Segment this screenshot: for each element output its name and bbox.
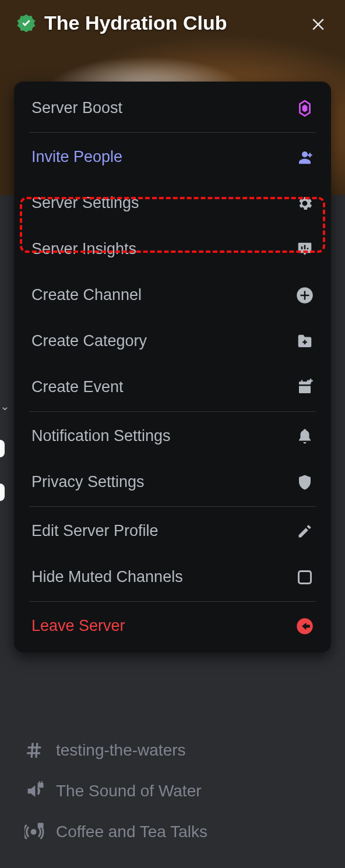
edit-server-profile-menu-item[interactable]: Edit Server Profile — [14, 508, 331, 554]
add-user-icon — [296, 149, 314, 166]
menu-item-label: Edit Server Profile — [31, 522, 159, 540]
voice-channel-item[interactable]: The Sound of Water — [17, 771, 328, 811]
server-settings-menu-item[interactable]: Server Settings — [14, 180, 331, 226]
menu-item-label: Leave Server — [31, 617, 125, 635]
unread-indicator — [0, 484, 5, 501]
checkbox-unchecked-icon — [296, 569, 314, 586]
server-title: The Hydration Club — [44, 12, 308, 34]
gear-icon — [296, 195, 314, 212]
hash-icon — [23, 739, 45, 761]
channel-name: Coffee and Tea Talks — [56, 823, 207, 841]
channel-name: testing-the-waters — [56, 741, 186, 760]
server-insights-menu-item[interactable]: Server Insights — [14, 226, 331, 272]
hide-muted-channels-menu-item[interactable]: Hide Muted Channels — [14, 554, 331, 600]
menu-divider — [29, 601, 316, 602]
invite-people-menu-item[interactable]: Invite People — [14, 134, 331, 180]
plus-circle-icon — [296, 287, 314, 304]
folder-plus-icon — [296, 333, 314, 350]
server-header: The Hydration Club — [0, 12, 345, 34]
menu-item-label: Server Insights — [31, 240, 136, 258]
menu-item-label: Create Category — [31, 332, 147, 350]
menu-item-label: Create Event — [31, 378, 124, 396]
chevron-down-icon[interactable]: ⌄ — [0, 399, 10, 413]
notification-settings-menu-item[interactable]: Notification Settings — [14, 413, 331, 459]
server-boost-menu-item[interactable]: Server Boost — [14, 85, 331, 131]
channel-name: The Sound of Water — [56, 782, 202, 800]
menu-divider — [29, 132, 316, 133]
stage-locked-icon — [23, 821, 45, 843]
unread-indicator — [0, 440, 5, 457]
text-channel-item[interactable]: testing-the-waters — [17, 730, 328, 771]
create-channel-menu-item[interactable]: Create Channel — [14, 272, 331, 318]
svg-rect-5 — [38, 823, 44, 828]
menu-item-label: Create Channel — [31, 286, 142, 304]
svg-rect-1 — [299, 571, 311, 583]
channel-list: testing-the-waters The Sound of Water Co… — [17, 730, 328, 852]
menu-item-label: Server Settings — [31, 194, 139, 212]
svg-point-4 — [31, 829, 37, 835]
verified-badge-icon — [16, 13, 36, 33]
svg-rect-3 — [38, 783, 44, 788]
menu-item-label: Privacy Settings — [31, 473, 145, 491]
privacy-settings-menu-item[interactable]: Privacy Settings — [14, 459, 331, 505]
menu-item-label: Hide Muted Channels — [31, 568, 183, 586]
speaker-locked-icon — [23, 780, 45, 802]
menu-item-label: Notification Settings — [31, 427, 171, 445]
stage-channel-item[interactable]: Coffee and Tea Talks — [17, 811, 328, 852]
shield-icon — [296, 474, 314, 491]
leave-server-menu-item[interactable]: Leave Server — [14, 603, 331, 649]
pencil-icon — [296, 523, 314, 540]
menu-divider — [29, 506, 316, 507]
menu-divider — [29, 411, 316, 412]
calendar-plus-icon — [296, 379, 314, 396]
bell-icon — [296, 428, 314, 445]
menu-item-label: Invite People — [31, 148, 122, 166]
close-icon[interactable] — [308, 13, 329, 34]
server-context-menu: Server Boost Invite People Server Settin… — [14, 82, 331, 652]
menu-item-label: Server Boost — [31, 99, 122, 117]
create-category-menu-item[interactable]: Create Category — [14, 318, 331, 364]
leave-icon — [296, 618, 314, 635]
boost-icon — [296, 100, 314, 117]
insights-icon — [296, 241, 314, 258]
create-event-menu-item[interactable]: Create Event — [14, 364, 331, 410]
